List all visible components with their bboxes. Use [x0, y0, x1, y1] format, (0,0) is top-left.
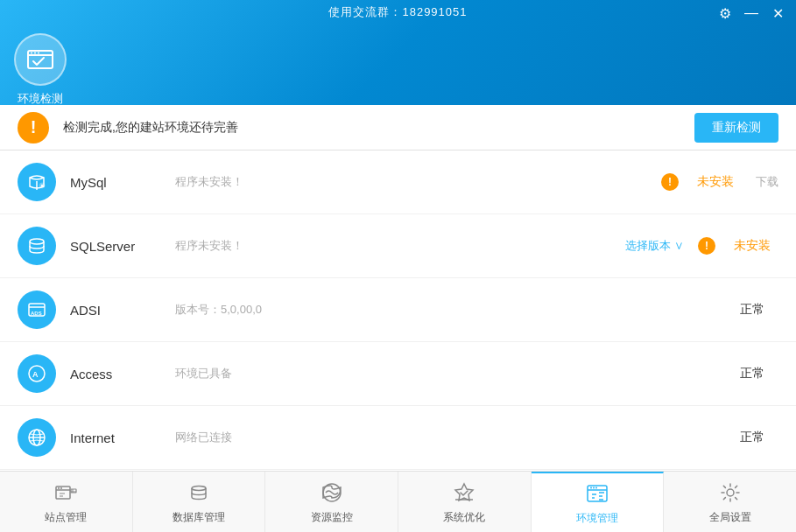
item-icon-adsi: ADS [18, 290, 56, 329]
bottom-nav: 站点管理 数据库管理 资源监控 系统优化 [0, 471, 796, 532]
nav-label-env: 环境管理 [576, 511, 618, 526]
header-title: 使用交流群：182991051 [328, 4, 467, 20]
svg-point-21 [593, 487, 595, 489]
nav-icon-optimize [450, 479, 478, 507]
nav-icon-settings [716, 479, 744, 507]
svg-marker-18 [455, 484, 473, 500]
settings-icon[interactable]: ⚙ [715, 4, 735, 23]
nav-container: 站点管理 数据库管理 资源监控 系统优化 [0, 472, 796, 532]
item-status: 正常 [726, 366, 778, 382]
svg-point-15 [60, 487, 62, 489]
item-status: 正常 [726, 302, 778, 318]
status-warn-icon: ! [18, 112, 49, 144]
item-icon-sqlserver [18, 227, 56, 265]
warn-icon: ! [698, 237, 715, 255]
table-row: A Access 环境已具备 正常 [0, 342, 796, 406]
select-version-link[interactable]: 选择版本 ∨ [625, 238, 684, 254]
item-desc: 程序未安装！ [175, 174, 661, 190]
items-list: MySql 程序未安装！ ! 未安装 下载 SQLServer 程序未安装！ 选… [0, 150, 796, 470]
item-name: Access [70, 367, 175, 382]
nav-label-monitor: 资源监控 [311, 510, 353, 525]
logo-icon [25, 44, 56, 75]
item-name: SQLServer [70, 239, 175, 254]
header-controls: ⚙ — ✕ [715, 4, 787, 23]
svg-point-20 [590, 487, 592, 489]
status-message: 检测完成,您的建站环境还待完善 [63, 120, 680, 136]
nav-label-settings: 全局设置 [709, 510, 751, 525]
nav-item-env[interactable]: 环境管理 [532, 472, 665, 532]
nav-label-site: 站点管理 [45, 510, 87, 525]
recheck-button[interactable]: 重新检测 [694, 113, 778, 143]
status-bar: ! 检测完成,您的建站环境还待完善 重新检测 [0, 105, 796, 150]
item-name: ADSI [70, 303, 175, 318]
nav-icon-monitor [318, 479, 346, 507]
svg-point-22 [595, 487, 597, 489]
nav-item-monitor[interactable]: 资源监控 [265, 472, 398, 532]
nav-icon-env [583, 480, 611, 508]
main-content: MySql 程序未安装！ ! 未安装 下载 SQLServer 程序未安装！ 选… [0, 150, 796, 471]
logo-label: 环境检测 [18, 91, 63, 107]
close-icon[interactable]: ✕ [768, 4, 787, 23]
item-desc: 程序未安装！ [175, 238, 625, 254]
nav-item-site[interactable]: 站点管理 [0, 472, 133, 532]
nav-icon-database [185, 479, 213, 507]
item-status: 未安装 [689, 174, 742, 190]
table-row: SQLServer 程序未安装！ 选择版本 ∨! 未安装 [0, 214, 796, 278]
header-logo: 环境检测 [14, 33, 67, 107]
nav-label-database: 数据库管理 [173, 510, 225, 525]
svg-point-3 [38, 52, 39, 54]
nav-label-optimize: 系统优化 [443, 510, 485, 525]
logo-circle [14, 33, 67, 86]
minimize-icon[interactable]: — [742, 4, 761, 23]
item-icon-mysql [18, 163, 56, 201]
item-icon-internet [18, 418, 56, 457]
warn-icon: ! [661, 173, 679, 191]
svg-text:ADS: ADS [31, 311, 42, 316]
header-top-bar: 使用交流群：182991051 [0, 0, 796, 24]
svg-point-1 [31, 52, 32, 54]
item-name: MySql [70, 175, 175, 190]
item-desc: 版本号：5,0,00,0 [175, 302, 726, 318]
nav-item-settings[interactable]: 全局设置 [664, 472, 796, 532]
svg-point-23 [727, 489, 734, 496]
item-name: Internet [70, 430, 175, 445]
item-desc: 环境已具备 [175, 366, 726, 382]
item-icon-access: A [18, 354, 56, 393]
header: 使用交流群：182991051 ⚙ — ✕ 环境检测 [0, 0, 796, 105]
svg-point-14 [58, 487, 60, 489]
download-link[interactable]: 下载 [756, 174, 778, 190]
nav-icon-site [52, 479, 80, 507]
svg-point-5 [30, 239, 44, 244]
svg-point-16 [192, 486, 206, 491]
table-row: ADS ADSI 版本号：5,0,00,0 正常 [0, 278, 796, 342]
table-row: MySql 程序未安装！ ! 未安装 下载 [0, 150, 796, 214]
item-status: 正常 [726, 430, 778, 445]
svg-point-2 [34, 52, 36, 54]
nav-item-optimize[interactable]: 系统优化 [398, 472, 532, 532]
svg-text:A: A [32, 370, 39, 379]
item-status: 未安装 [726, 238, 778, 254]
table-row: Internet 网络已连接 正常 [0, 406, 796, 470]
nav-item-database[interactable]: 数据库管理 [133, 472, 266, 532]
item-desc: 网络已连接 [175, 430, 726, 445]
